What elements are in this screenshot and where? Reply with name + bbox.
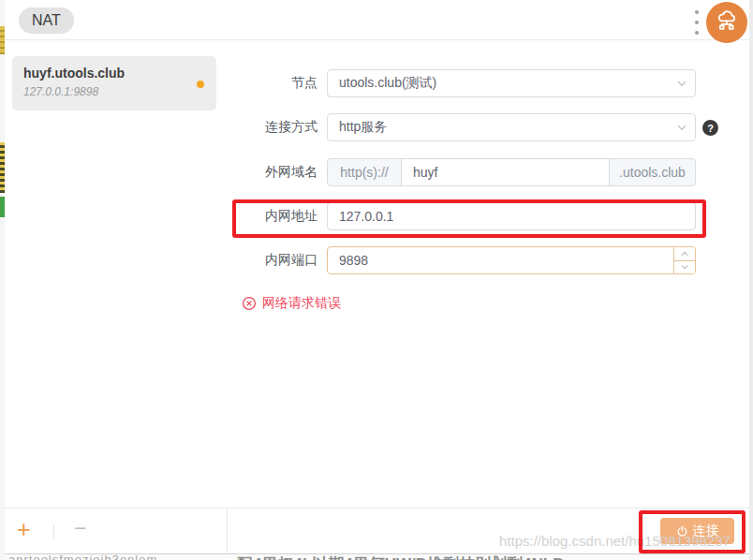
dot [695, 31, 699, 35]
dot [695, 21, 699, 24]
nat-window: NAT huyf.utools.club 127.0.0.1:9898 [5, 0, 749, 554]
form-row-port: 内网端口 [227, 246, 696, 274]
form-row-node: 节点 [227, 69, 696, 97]
dot [695, 10, 699, 14]
background-text-right: 配4思杈4L以期4思何UW/D堆剩枝别划剩4NLD [237, 553, 564, 560]
domain-input[interactable] [401, 158, 610, 186]
form-row-address: 内网地址 [227, 202, 696, 230]
spin-up-button[interactable] [674, 247, 695, 260]
error-icon [242, 296, 257, 311]
desktop-edge-right [749, 0, 753, 560]
error-message: 网络请求错误 [242, 295, 341, 312]
help-icon[interactable]: ? [702, 120, 718, 136]
cloud-network-icon [715, 10, 739, 35]
nat-tag: NAT [19, 7, 74, 34]
sidebar: huyf.utools.club 127.0.0.1:9898 [5, 40, 228, 553]
spin-down-button[interactable] [674, 260, 695, 274]
footer-separator [53, 525, 54, 538]
form-panel: 节点 连接方式 ? 外网域名 http(s):// .u [227, 40, 749, 508]
method-select-input[interactable] [327, 113, 696, 141]
address-label: 内网地址 [227, 208, 317, 225]
more-menu-icon[interactable] [693, 10, 701, 35]
form-row-domain: 外网域名 http(s):// .utools.club [227, 158, 696, 186]
watermark: https://blog.csdn.net/hu15081398237 [499, 533, 731, 549]
add-tunnel-button[interactable]: + [17, 519, 31, 539]
tunnel-title: huyf.utools.club [23, 66, 205, 81]
footer-divider [5, 508, 749, 508]
plugin-icon-button[interactable] [706, 2, 747, 43]
domain-suffix: .utools.club [609, 158, 696, 186]
chevron-down-icon [680, 263, 689, 271]
error-text: 网络请求错误 [262, 295, 341, 312]
topbar: NAT [5, 0, 749, 40]
port-input[interactable] [327, 246, 696, 274]
method-label: 连接方式 [227, 119, 317, 136]
screen: anrtoolsfmozjoib3onlem 配4思杈4L以期4思何UW/D堆剩… [0, 0, 753, 560]
status-dot [197, 81, 204, 88]
chevron-up-icon [680, 250, 689, 258]
tunnel-subtitle: 127.0.0.1:9898 [23, 85, 205, 98]
port-spinner [673, 247, 695, 273]
domain-prefix: http(s):// [327, 158, 402, 186]
node-label: 节点 [227, 75, 317, 92]
remove-tunnel-button[interactable]: − [74, 518, 86, 538]
port-label: 内网端口 [227, 252, 317, 269]
domain-label: 外网域名 [227, 164, 317, 181]
address-input[interactable] [327, 202, 696, 230]
method-select[interactable] [327, 113, 696, 141]
node-select-input[interactable] [327, 69, 696, 97]
domain-input-group: http(s):// .utools.club [327, 158, 696, 186]
tunnel-list-item[interactable]: huyf.utools.club 127.0.0.1:9898 [12, 56, 216, 111]
form-row-method: 连接方式 [227, 113, 696, 141]
node-select[interactable] [327, 69, 696, 97]
